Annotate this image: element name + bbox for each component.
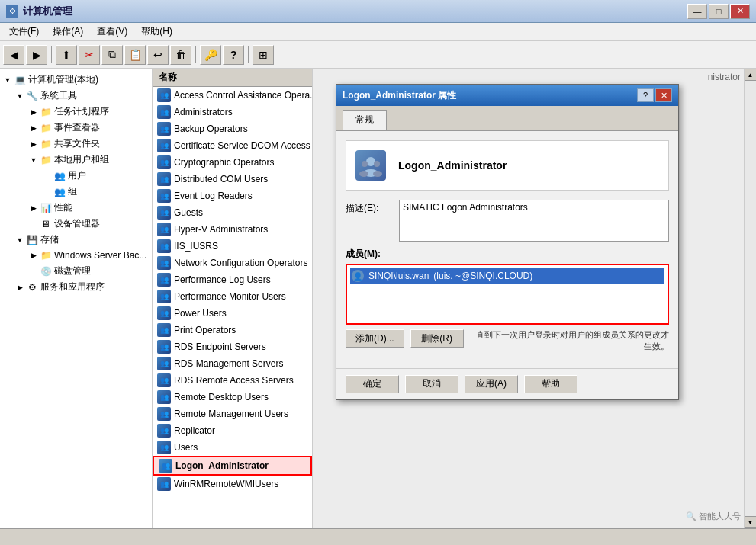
shared-folders-icon: 📁 [40, 138, 52, 150]
back-button[interactable]: ◀ [3, 45, 24, 65]
right-scrollbar[interactable]: ▲ ▼ [744, 69, 756, 528]
menu-help[interactable]: 帮助(H) [135, 24, 179, 40]
undo-button[interactable]: ↩ [147, 45, 169, 65]
list-item-rds-management[interactable]: 👥 RDS Management Servers [153, 355, 312, 372]
list-item-guests[interactable]: 👥 Guests [153, 204, 312, 221]
list-item-iis[interactable]: 👥 IIS_IUSRS [153, 238, 312, 255]
add-member-button[interactable]: 添加(D)... [346, 329, 404, 348]
tab-general[interactable]: 常规 [343, 110, 387, 130]
system-tools-expand-icon[interactable]: ▼ [14, 90, 26, 102]
group-name-label: Logon_Administrator [398, 159, 507, 172]
forward-button[interactable]: ▶ [26, 45, 47, 65]
copy-button[interactable]: ⧉ [101, 45, 123, 65]
properties-button[interactable]: 🔑 [200, 45, 221, 65]
list-item-administrators[interactable]: 👥 Administrators [153, 104, 312, 120]
perf-expand-icon[interactable]: ▶ [27, 202, 40, 214]
tree-item-services[interactable]: ▶ ⚙ 服务和应用程序 [0, 279, 152, 295]
list-item-print[interactable]: 👥 Print Operators [153, 322, 312, 338]
services-icon: ⚙ [26, 281, 38, 293]
dialog-close-button[interactable]: ✕ [655, 88, 672, 102]
tree-item-task-scheduler[interactable]: ▶ 📁 任务计划程序 [0, 104, 152, 120]
tree-item-storage[interactable]: ▼ 💾 存储 [0, 232, 152, 248]
list-item-replicator[interactable]: 👥 Replicator [153, 422, 312, 439]
remove-member-button[interactable]: 删除(R) [410, 329, 464, 348]
users-icon: 👥 [53, 170, 66, 182]
device-expand-icon[interactable] [27, 218, 40, 230]
root-expand-icon[interactable]: ▼ [2, 74, 14, 86]
task-expand-icon[interactable]: ▶ [27, 106, 40, 118]
menu-view[interactable]: 查看(V) [91, 24, 134, 40]
shared-expand-icon[interactable]: ▶ [27, 138, 40, 150]
list-item-perf-log[interactable]: 👥 Performance Log Users [153, 271, 312, 288]
group-icon-replicator: 👥 [157, 424, 171, 438]
cut-button[interactable]: ✂ [79, 45, 100, 65]
users-expand-icon[interactable] [41, 170, 53, 182]
list-item-crypto[interactable]: 👥 Cryptographic Operators [153, 154, 312, 171]
list-item-perf-monitor[interactable]: 👥 Performance Monitor Users [153, 288, 312, 305]
disk-expand-icon[interactable] [27, 265, 40, 277]
list-item-rds-endpoint[interactable]: 👥 RDS Endpoint Servers [153, 338, 312, 355]
paste-button[interactable]: 📋 [124, 45, 146, 65]
maximize-button[interactable]: □ [709, 4, 729, 19]
tree-item-ws-backup[interactable]: ▶ 📁 Windows Server Bac... [0, 248, 152, 263]
list-item-event-log-label: Event Log Readers [174, 191, 253, 201]
title-bar-left: ⚙ 计算机管理 [6, 5, 72, 18]
wsb-expand-icon[interactable]: ▶ [27, 249, 40, 261]
list-item-network-config[interactable]: 👥 Network Configuration Operators [153, 255, 312, 271]
scroll-down-button[interactable]: ▼ [745, 516, 757, 528]
groups-expand-icon[interactable] [41, 186, 53, 198]
storage-expand-icon[interactable]: ▼ [14, 234, 26, 246]
tree-root[interactable]: ▼ 💻 计算机管理(本地) [0, 72, 152, 88]
list-item-remote-management[interactable]: 👥 Remote Management Users [153, 406, 312, 422]
help-button[interactable]: 帮助 [524, 375, 577, 393]
tree-item-shared-folders[interactable]: ▶ 📁 共享文件夹 [0, 136, 152, 152]
tree-item-performance[interactable]: ▶ 📊 性能 [0, 200, 152, 216]
list-item-cert-service[interactable]: 👥 Certificate Service DCOM Access [153, 137, 312, 154]
properties-dialog: Logon_Administrator 属性 ? ✕ 常规 [336, 84, 679, 400]
member-item[interactable]: 👤 SINQI\luis.wan (luis. ~@SINQI.CLOUD) [350, 268, 664, 284]
view-button[interactable]: ⊞ [253, 45, 274, 65]
cancel-button[interactable]: 取消 [405, 375, 458, 393]
tree-item-event-viewer[interactable]: ▶ 📁 事件查看器 [0, 120, 152, 136]
tree-item-disk-management[interactable]: 💿 磁盘管理 [0, 263, 152, 279]
tree-item-system-tools[interactable]: ▼ 🔧 系统工具 [0, 88, 152, 104]
tree-performance-label: 性能 [54, 201, 72, 214]
menu-file[interactable]: 文件(F) [3, 24, 45, 40]
tree-item-device-manager[interactable]: 🖥 设备管理器 [0, 216, 152, 232]
services-expand-icon[interactable]: ▶ [14, 281, 26, 293]
list-item-backup-operators[interactable]: 👥 Backup Operators [153, 120, 312, 137]
menu-action[interactable]: 操作(A) [47, 24, 89, 40]
tree-item-users[interactable]: 👥 用户 [0, 168, 152, 184]
description-input[interactable] [399, 200, 669, 242]
delete-button[interactable]: 🗑 [170, 45, 191, 65]
apply-button[interactable]: 应用(A) [465, 375, 518, 393]
tree-item-groups[interactable]: 👥 组 [0, 184, 152, 200]
dialog-title-controls: ? ✕ [637, 88, 672, 102]
help-button[interactable]: ? [223, 45, 244, 65]
list-item-users-group[interactable]: 👥 Users [153, 439, 312, 456]
toolbar: ◀ ▶ ⬆ ✂ ⧉ 📋 ↩ 🗑 🔑 ? ⊞ [0, 41, 756, 69]
local-users-expand-icon[interactable]: ▼ [27, 154, 40, 166]
title-bar: ⚙ 计算机管理 — □ ✕ [0, 0, 756, 23]
ok-button[interactable]: 确定 [346, 375, 399, 393]
list-item-event-log[interactable]: 👥 Event Log Readers [153, 188, 312, 204]
list-item-winrm[interactable]: 👥 WinRMRemoteWMIUsers_ [153, 476, 312, 492]
tree-panel: ▼ 💻 计算机管理(本地) ▼ 🔧 系统工具 ▶ 📁 任务计划程序 ▶ 📁 事件… [0, 69, 153, 528]
close-button[interactable]: ✕ [730, 4, 750, 19]
list-item-cert-label: Certificate Service DCOM Access [174, 140, 310, 151]
scroll-track[interactable] [745, 81, 757, 516]
up-button[interactable]: ⬆ [56, 45, 77, 65]
minimize-button[interactable]: — [687, 4, 707, 19]
list-item-access-control[interactable]: 👥 Access Control Assistance Opera... [153, 87, 312, 104]
dialog-help-button[interactable]: ? [637, 88, 654, 102]
list-item-power-users[interactable]: 👥 Power Users [153, 305, 312, 322]
event-expand-icon[interactable]: ▶ [27, 122, 40, 134]
tree-groups-label: 组 [68, 185, 77, 198]
list-item-remote-desktop[interactable]: 👥 Remote Desktop Users [153, 389, 312, 406]
list-item-rds-remote-access[interactable]: 👥 RDS Remote Access Servers [153, 372, 312, 389]
list-item-hyperv[interactable]: 👥 Hyper-V Administrators [153, 221, 312, 238]
list-item-logon-admin[interactable]: 👥 Logon_Administrator [153, 456, 312, 476]
scroll-up-button[interactable]: ▲ [745, 69, 757, 81]
list-item-distributed-com[interactable]: 👥 Distributed COM Users [153, 171, 312, 188]
tree-item-local-users[interactable]: ▼ 📁 本地用户和组 [0, 152, 152, 168]
